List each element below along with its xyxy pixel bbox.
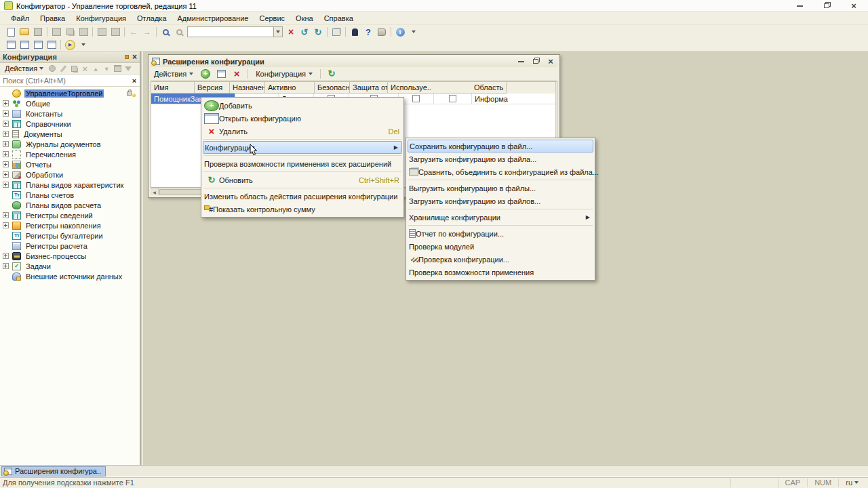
- column-header[interactable]: Используе..: [388, 82, 471, 94]
- menu-item[interactable]: Проверка модулей ▶: [408, 240, 593, 253]
- tree-item[interactable]: Регистры сведений: [0, 210, 140, 220]
- menu-item[interactable]: Конфигурация ▶: [203, 141, 402, 154]
- menu-item[interactable]: Проверка конфигурации... ▶: [408, 253, 593, 266]
- menu-item[interactable]: Показать контрольную сумму ▶: [203, 203, 402, 216]
- menu-bar-item[interactable]: Справка: [319, 13, 359, 24]
- menu-bar-item[interactable]: Администрирование: [172, 13, 254, 24]
- panel-action-button[interactable]: [80, 64, 90, 73]
- menu-item[interactable]: Загрузить конфигурацию из файла... ▶: [408, 152, 593, 165]
- menu-item[interactable]: Проверка возможности применения всех рас…: [203, 157, 402, 170]
- tree-item[interactable]: Журналы документов: [0, 139, 140, 149]
- tree-item[interactable]: Планы видов характеристик: [0, 180, 140, 190]
- tree-search-input[interactable]: [0, 75, 129, 86]
- column-header[interactable]: Область: [471, 82, 507, 94]
- search-clear-icon[interactable]: ×: [129, 77, 140, 85]
- restore-button[interactable]: [822, 2, 831, 10]
- toolbar-button[interactable]: [159, 26, 172, 38]
- menu-bar-item[interactable]: Сервис: [254, 13, 290, 24]
- toolbar-button[interactable]: [31, 26, 45, 38]
- expand-icon[interactable]: [3, 212, 9, 218]
- menu-item[interactable]: Сохранить конфигурацию в файл... ▶: [408, 140, 593, 152]
- toolbar-button[interactable]: [311, 26, 325, 38]
- expand-icon[interactable]: [3, 253, 9, 259]
- cell-used[interactable]: [434, 94, 472, 104]
- panel-action-button[interactable]: [47, 64, 57, 73]
- toolbar-button[interactable]: [63, 39, 77, 51]
- menu-item[interactable]: Хранилище конфигурации ▶: [408, 211, 593, 224]
- tree-item[interactable]: Регистры расчета: [0, 241, 140, 251]
- menu-bar-item[interactable]: Окна: [290, 13, 319, 24]
- expand-icon[interactable]: [3, 100, 9, 106]
- dialog-configuration-button[interactable]: Конфигурация: [252, 68, 316, 79]
- column-header[interactable]: Назначение: [230, 82, 265, 94]
- menu-item[interactable]: Выгрузить конфигурацию в файлы... ▶: [408, 182, 593, 195]
- toolbar-button[interactable]: [393, 26, 407, 38]
- pin-icon[interactable]: [125, 55, 129, 59]
- menu-item[interactable]: Открыть конфигурацию ▶: [203, 112, 402, 125]
- expand-icon[interactable]: [3, 121, 9, 127]
- menu-item[interactable]: Проверка возможности применения ▶: [408, 266, 593, 279]
- tree-item[interactable]: Регистры бухгалтерии: [0, 230, 140, 241]
- toolbar-button[interactable]: [284, 26, 298, 38]
- panel-action-button[interactable]: [58, 64, 68, 73]
- refresh-button[interactable]: [325, 68, 338, 80]
- open-configuration-button[interactable]: [214, 68, 228, 80]
- panel-action-button[interactable]: [102, 64, 111, 73]
- tree-item[interactable]: Константы: [0, 108, 140, 119]
- column-header[interactable]: Имя: [151, 82, 195, 94]
- tree-item[interactable]: Отчеты: [0, 159, 140, 169]
- toolbar-button[interactable]: [77, 39, 90, 51]
- used-checkbox[interactable]: [449, 95, 456, 102]
- delete-extension-button[interactable]: [230, 68, 243, 80]
- tree-item[interactable]: Задачи: [0, 261, 140, 271]
- panel-action-button[interactable]: [113, 64, 122, 73]
- menu-item[interactable]: Отчет по конфигурации... ▶: [408, 227, 593, 240]
- menu-bar-item[interactable]: Файл: [5, 13, 35, 24]
- expand-icon[interactable]: [3, 161, 9, 167]
- panel-action-button[interactable]: [123, 64, 133, 73]
- menu-bar-item[interactable]: Отладка: [132, 13, 172, 24]
- expand-icon[interactable]: [3, 171, 9, 178]
- dialog-maximize-button[interactable]: [532, 58, 540, 66]
- scroll-thumb[interactable]: [557, 89, 558, 108]
- expand-icon[interactable]: [3, 151, 9, 157]
- menu-item[interactable]: Обновить Ctrl+Shift+R ▶: [203, 174, 402, 186]
- expand-icon[interactable]: [3, 222, 9, 228]
- toolbar-button[interactable]: [361, 26, 375, 38]
- toolbar-button[interactable]: [31, 39, 45, 51]
- menu-item[interactable]: Изменить область действия расширения кон…: [203, 190, 402, 203]
- cell-scope[interactable]: Информа: [472, 94, 555, 104]
- toolbar-button[interactable]: [108, 26, 122, 38]
- close-button[interactable]: ×: [849, 2, 859, 10]
- tree-item[interactable]: Документы: [0, 129, 140, 139]
- expand-icon[interactable]: [3, 110, 9, 117]
- tree-item[interactable]: Общие: [0, 98, 140, 108]
- menu-item[interactable]: Удалить Del ▶: [203, 125, 402, 138]
- toolbar-button[interactable]: [95, 26, 108, 38]
- extensions-window-tab[interactable]: Расширения конфигура..: [1, 466, 106, 476]
- tree-item[interactable]: Обработки: [0, 169, 140, 180]
- expand-icon[interactable]: [3, 141, 9, 147]
- toolbar-button[interactable]: [375, 26, 389, 38]
- toolbar-button[interactable]: [18, 39, 31, 51]
- protection-checkbox[interactable]: [412, 95, 420, 102]
- menu-item[interactable]: Загрузить конфигурацию из файлов... ▶: [408, 195, 593, 207]
- toolbar-button[interactable]: [63, 26, 77, 38]
- menu-item[interactable]: Сравнить, объединить с конфигурацией из …: [408, 165, 593, 178]
- toolbar-button[interactable]: [407, 26, 420, 38]
- toolbar-button[interactable]: [127, 26, 140, 38]
- toolbar-button[interactable]: [140, 26, 154, 38]
- tree-item[interactable]: Планы видов расчета: [0, 200, 140, 210]
- tree-item[interactable]: Внешние источники данных: [0, 271, 140, 281]
- expand-icon[interactable]: [3, 131, 9, 137]
- search-input[interactable]: [187, 26, 274, 37]
- dialog-actions-button[interactable]: Действия: [151, 68, 197, 79]
- toolbar-button[interactable]: [330, 26, 343, 38]
- language-indicator[interactable]: ru: [838, 479, 865, 487]
- menu-bar-item[interactable]: Конфигурация: [71, 13, 132, 24]
- tree-item[interactable]: Перечисления: [0, 149, 140, 159]
- menu-bar-item[interactable]: Правка: [35, 13, 71, 24]
- toolbar-button[interactable]: [348, 26, 361, 38]
- tree-item[interactable]: Планы счетов: [0, 190, 140, 200]
- combo-dropdown-button[interactable]: [274, 26, 283, 37]
